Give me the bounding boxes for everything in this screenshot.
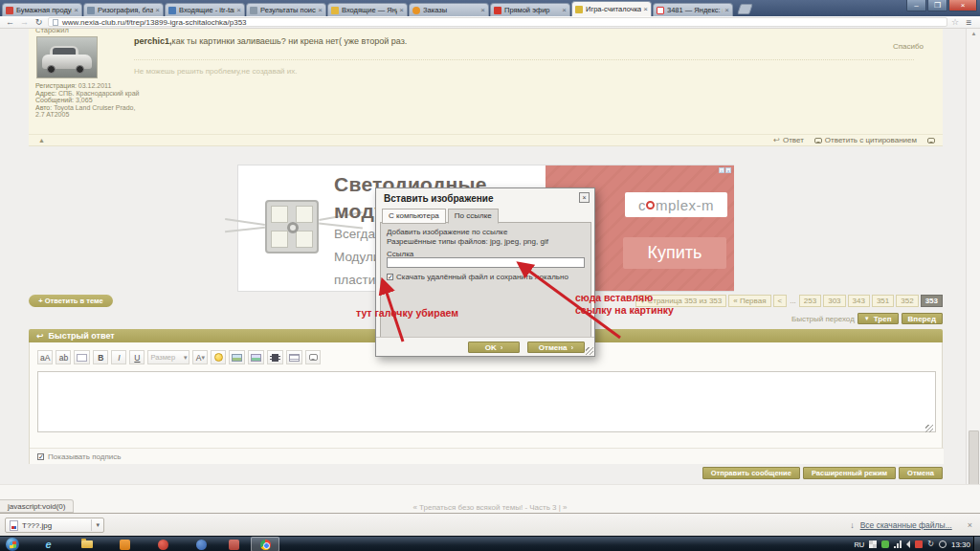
reply-with-quote-link[interactable]: Ответить с цитированием: [814, 136, 917, 144]
tab-close-icon[interactable]: ×: [643, 6, 648, 13]
footer-thread-nav[interactable]: « Трепаться безо всякой темы! - Часть 3 …: [0, 503, 980, 512]
browser-tab[interactable]: Входящие - itr-tambov...×: [165, 3, 245, 16]
insert-photo-icon[interactable]: [248, 350, 264, 364]
tray-alert-icon[interactable]: [915, 540, 923, 548]
reply-to-thread-button[interactable]: + Ответить в теме: [29, 295, 113, 307]
tab-close-icon[interactable]: ×: [318, 7, 323, 14]
taskbar-app-blue-icon[interactable]: [195, 539, 208, 550]
submit-message-button[interactable]: Отправить сообщение: [702, 467, 800, 479]
thanks-link[interactable]: Спасибо: [893, 42, 924, 51]
avatar[interactable]: [36, 36, 98, 78]
back-icon[interactable]: ←: [5, 17, 15, 28]
cancel-button[interactable]: Отмена›: [527, 342, 585, 353]
font-color-button[interactable]: A▾: [192, 350, 208, 364]
tray-action-center-icon[interactable]: [869, 540, 877, 548]
browser-tab[interactable]: Результаты поиска×: [246, 3, 326, 16]
taskbar-app-red-icon[interactable]: [228, 539, 240, 550]
browser-tab[interactable]: Прямой эфир×: [490, 3, 570, 16]
multi-quote-button[interactable]: [927, 138, 935, 143]
show-signature-checkbox[interactable]: ✓: [37, 453, 44, 460]
reply-link[interactable]: ↩Ответ: [773, 136, 804, 144]
page-button[interactable]: 351: [872, 295, 894, 307]
tab-from-computer[interactable]: С компьютера: [382, 209, 446, 224]
browser-tab[interactable]: 3481 — Яндекс: нашлос...×: [653, 3, 733, 16]
browser-tab[interactable]: Бумажная продукция - ...×: [2, 3, 82, 16]
reply-textarea[interactable]: [37, 371, 936, 432]
insert-image-icon[interactable]: [229, 350, 245, 364]
bookmark-star-icon[interactable]: ☆: [951, 17, 959, 27]
tab-close-icon[interactable]: ×: [155, 7, 160, 14]
tab-close-icon[interactable]: ×: [399, 7, 404, 14]
tab-close-icon[interactable]: ×: [74, 7, 78, 14]
clock[interactable]: 13:30: [951, 540, 970, 549]
checkbox-check-icon[interactable]: ✓: [387, 274, 393, 280]
adchoices-icon[interactable]: ix: [719, 167, 731, 173]
browser-tab[interactable]: Заказы×: [409, 3, 489, 16]
taskbar-opera-icon[interactable]: [157, 539, 169, 550]
download-menu-icon[interactable]: ▾: [96, 521, 100, 529]
collapse-icon[interactable]: ▲: [38, 137, 45, 143]
smiley-icon[interactable]: [211, 350, 226, 364]
tray-volume-icon[interactable]: [906, 540, 910, 548]
language-indicator[interactable]: RU: [854, 540, 864, 549]
tab-close-icon[interactable]: ×: [724, 7, 729, 14]
dialog-close-icon[interactable]: ×: [579, 192, 590, 203]
forum-select-dropdown[interactable]: ▼Треп: [858, 313, 899, 324]
underline-button[interactable]: U: [129, 350, 145, 364]
scrollbar-thumb[interactable]: [969, 430, 979, 490]
dialog-resize-grip[interactable]: [586, 347, 593, 355]
remove-format-icon[interactable]: [74, 350, 90, 364]
quick-jump-go-button[interactable]: Вперед: [902, 313, 943, 324]
forward-icon[interactable]: →: [19, 17, 30, 28]
save-locally-checkbox[interactable]: ✓ Скачать удалённый файл и сохранить лок…: [387, 273, 568, 281]
user-mention[interactable]: perchic1,: [134, 36, 172, 46]
insert-video-icon[interactable]: [267, 350, 283, 364]
tray-update-icon[interactable]: [881, 540, 889, 548]
ad-buy-button[interactable]: Купить: [623, 237, 726, 269]
page-button[interactable]: 352: [896, 295, 918, 307]
editor-mode-b-button[interactable]: ab: [56, 350, 71, 364]
quote-icon[interactable]: [305, 350, 321, 364]
close-window-button[interactable]: ×: [948, 0, 977, 11]
scroll-up-icon[interactable]: ▴: [967, 30, 980, 37]
taskbar-ie-icon[interactable]: e: [42, 539, 55, 550]
menu-icon[interactable]: ≡: [963, 17, 975, 28]
url-text[interactable]: www.nexia-club.ru/f/trep/13899-igra-schi…: [62, 18, 247, 27]
browser-tab[interactable]: Ризография, бланки, бу...×: [83, 3, 164, 16]
prev-page-button[interactable]: <: [773, 295, 788, 307]
bold-button[interactable]: B: [93, 350, 108, 364]
editor-mode-a-button[interactable]: aА: [37, 350, 53, 364]
page-button[interactable]: 303: [823, 295, 845, 307]
download-item[interactable]: Т???.jpg ▾: [5, 518, 104, 533]
ok-button[interactable]: OK›: [468, 342, 520, 353]
cancel-reply-button[interactable]: Отмена: [899, 467, 943, 479]
start-button[interactable]: [6, 538, 19, 551]
minimize-button[interactable]: –: [906, 0, 926, 11]
tab-close-icon[interactable]: ×: [480, 7, 485, 14]
page-scrollbar[interactable]: ▴ ▾: [966, 29, 980, 513]
tray-clock-icon[interactable]: [939, 540, 947, 548]
show-all-downloads-link[interactable]: Все скачанные файлы...: [860, 520, 952, 530]
textarea-resize-grip[interactable]: [925, 425, 933, 432]
taskbar-explorer-icon[interactable]: [80, 539, 93, 550]
tab-close-icon[interactable]: ×: [562, 7, 567, 14]
browser-tab[interactable]: Входящие — Яндекс.По...×: [327, 3, 408, 16]
insert-table-icon[interactable]: [286, 350, 302, 364]
first-page-button[interactable]: « Первая: [728, 295, 770, 307]
taskbar-media-icon[interactable]: [119, 539, 131, 550]
tab-by-link[interactable]: По ссылке: [448, 209, 499, 224]
browser-tab-active[interactable]: Игра-считалочка - 353 - ...×: [571, 1, 652, 16]
reload-icon[interactable]: ↻: [33, 17, 44, 28]
advanced-mode-button[interactable]: Расширенный режим: [803, 467, 896, 479]
italic-button[interactable]: I: [111, 350, 126, 364]
tab-close-icon[interactable]: ×: [236, 7, 241, 14]
downloads-bar-close-icon[interactable]: ×: [968, 520, 972, 530]
font-size-select[interactable]: Размер▾: [147, 350, 189, 364]
show-desktop-button[interactable]: [973, 537, 980, 551]
maximize-button[interactable]: ❒: [927, 0, 947, 11]
page-button[interactable]: 343: [848, 295, 870, 307]
taskbar-chrome-button[interactable]: [251, 537, 279, 551]
page-button[interactable]: 253: [799, 295, 821, 307]
tray-sync-icon[interactable]: ↻: [927, 540, 934, 548]
image-url-input[interactable]: [387, 257, 585, 268]
